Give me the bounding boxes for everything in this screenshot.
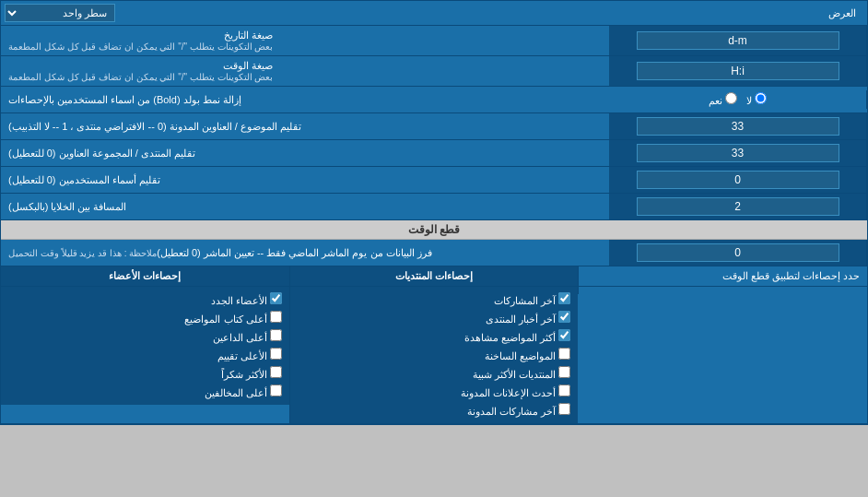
stat-item-top-rated: الأعلى تقييم [8,346,282,364]
stat-item-new-members: الأعضاء الجدد [8,290,282,309]
stat-checkbox-top-inviters[interactable] [270,329,282,341]
forum-trim-label: تقليم المنتدى / المجموعة العناوين (0 للت… [1,140,609,166]
date-format-row: صيغة التاريخ بعض التكوينات يتطلب "/" الت… [1,26,867,56]
stats-col3-header: إحصاءات الأعضاء [1,266,289,286]
time-cut-label: فرز البيانات من يوم الماشر الماضي فقط --… [1,240,609,266]
stat-checkbox-last-posts[interactable] [558,292,570,304]
forum-trim-input-area [609,140,867,166]
stat-checkbox-top-rated[interactable] [270,348,282,360]
bold-remove-row: لا نعم إزالة نمط بولد (Bold) من اسماء ال… [1,87,867,113]
stat-checkbox-last-blog-posts[interactable] [558,403,570,415]
stats-col3-items: الأعضاء الجدد أعلى كتاب المواضيع أعلى ال… [1,287,289,405]
bold-yes-label: نعم [709,92,737,107]
stats-col2-items: آخر المشاركات آخر أخبار المنتدى أكثر الم… [289,287,579,423]
username-trim-label: تقليم أسماء المستخدمين (0 للتعطيل) [1,167,609,193]
topic-trim-row: تقليم الموضوع / العناوين المدونة (0 -- ا… [1,113,867,140]
stat-item-most-viewed: أكثر المواضيع مشاهدة [298,327,571,346]
topic-trim-input[interactable] [637,117,839,136]
bold-remove-label: إزالة نمط بولد (Bold) من اسماء المستخدمي… [1,87,609,112]
cell-spacing-row: المسافة بين الخلايا (بالبكسل) [1,194,867,220]
stat-checkbox-most-thanked[interactable] [270,366,282,378]
stats-items-row: آخر المشاركات آخر أخبار المنتدى أكثر الم… [1,287,867,424]
stat-item-latest-announcements: أحدث الإعلانات المدونة [298,383,571,401]
stat-item-last-news: آخر أخبار المنتدى [298,309,571,327]
cell-spacing-input[interactable] [637,197,839,216]
stat-item-last-posts: آخر المشاركات [298,290,571,309]
time-cut-input[interactable] [637,243,839,262]
display-row: العرض سطر واحد سطرين ثلاثة أسطر [1,1,867,26]
stat-checkbox-hot-topics[interactable] [558,348,570,360]
username-trim-row: تقليم أسماء المستخدمين (0 للتعطيل) [1,167,867,194]
display-input-area: سطر واحد سطرين ثلاثة أسطر [5,4,115,22]
stat-checkbox-top-writers[interactable] [270,311,282,323]
date-format-input-area [609,26,867,55]
stat-item-hot-topics: المواضيع الساخنة [298,346,571,364]
stat-item-top-violators: أعلى المخالفين [8,383,282,401]
forum-trim-input[interactable] [637,144,839,162]
time-format-label: صيغة الوقت بعض التكوينات يتطلب "/" التي … [1,56,609,86]
stats-col2-header: إحصاءات المنتديات [289,266,579,286]
stat-item-top-inviters: أعلى الداعين [8,327,282,346]
stat-checkbox-new-members[interactable] [270,292,282,304]
stat-checkbox-last-news[interactable] [558,311,570,323]
bold-yes-radio[interactable] [725,92,737,104]
date-format-input[interactable] [637,31,839,50]
stats-header-row: حدد إحصاءات لتطبيق قطع الوقت إحصاءات الم… [1,266,867,287]
time-cut-row: فرز البيانات من يوم الماشر الماضي فقط --… [1,240,867,266]
date-format-label: صيغة التاريخ بعض التكوينات يتطلب "/" الت… [1,26,609,55]
bold-remove-inputs: لا نعم [609,90,867,109]
stat-item-similar-forums: المنتديات الأكثر شبية [298,364,571,383]
bold-no-label: لا [746,92,767,107]
time-cut-input-area [609,240,867,266]
username-trim-input[interactable] [637,171,839,189]
display-label: العرض [115,7,863,19]
stats-col1-header: حدد إحصاءات لتطبيق قطع الوقت [578,266,867,286]
stat-checkbox-most-viewed[interactable] [558,329,570,341]
stat-item-last-blog-posts: آخر مشاركات المدونة [298,401,571,420]
stat-item-most-thanked: الأكثر شكراً [8,364,282,383]
username-trim-input-area [609,167,867,193]
time-format-input-area [609,56,867,86]
cell-spacing-input-area [609,194,867,219]
forum-trim-row: تقليم المنتدى / المجموعة العناوين (0 للت… [1,140,867,167]
display-dropdown[interactable]: سطر واحد سطرين ثلاثة أسطر [5,4,115,22]
stats-col1-empty [578,287,867,294]
stat-checkbox-top-violators[interactable] [270,385,282,396]
topic-trim-label: تقليم الموضوع / العناوين المدونة (0 -- ا… [1,113,609,139]
stat-item-top-writers: أعلى كتاب المواضيع [8,309,282,327]
time-cut-section-header: قطع الوقت [1,220,867,240]
stat-checkbox-similar-forums[interactable] [558,366,570,378]
time-format-row: صيغة الوقت بعض التكوينات يتطلب "/" التي … [1,56,867,87]
time-format-input[interactable] [637,62,839,80]
topic-trim-input-area [609,113,867,139]
stat-checkbox-latest-announcements[interactable] [558,385,570,396]
bold-no-radio[interactable] [755,92,767,104]
cell-spacing-label: المسافة بين الخلايا (بالبكسل) [1,194,609,219]
